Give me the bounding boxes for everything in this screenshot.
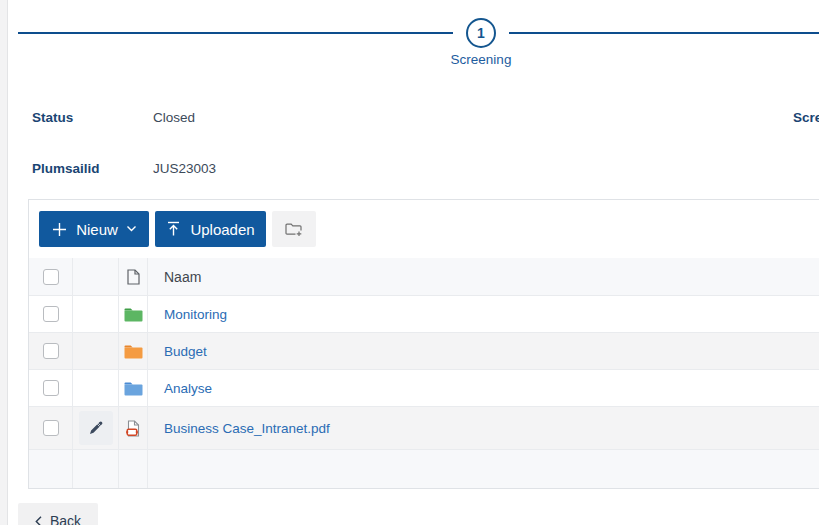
page-left-gutter bbox=[0, 0, 8, 525]
new-folder-button[interactable] bbox=[272, 211, 316, 247]
folder-link[interactable]: Budget bbox=[164, 344, 207, 359]
folder-link[interactable]: Monitoring bbox=[164, 307, 227, 322]
document-library-panel: Nieuw Uploaden bbox=[28, 199, 819, 489]
new-button-label: Nieuw bbox=[76, 221, 118, 238]
table-row: Budget bbox=[29, 333, 819, 370]
stepper-step-number: 1 bbox=[477, 25, 485, 41]
plumsailid-value: JUS23003 bbox=[153, 161, 216, 176]
pencil-icon bbox=[88, 420, 104, 436]
table-row: Analyse bbox=[29, 370, 819, 407]
orange-folder-icon bbox=[124, 344, 143, 359]
table-empty-row bbox=[29, 450, 819, 488]
new-button[interactable]: Nieuw bbox=[39, 211, 149, 247]
upload-button-label: Uploaden bbox=[190, 221, 254, 238]
edit-button[interactable] bbox=[79, 411, 113, 445]
pdf-icon bbox=[126, 420, 141, 437]
green-folder-icon bbox=[124, 307, 143, 322]
folder-link[interactable]: Analyse bbox=[164, 381, 212, 396]
upload-button[interactable]: Uploaden bbox=[155, 211, 266, 247]
back-button-label: Back bbox=[50, 513, 81, 525]
row-checkbox[interactable] bbox=[43, 343, 59, 359]
edit-column-header bbox=[73, 258, 119, 295]
table-header-row: Naam bbox=[29, 258, 819, 296]
table-row: Business Case_Intranet.pdf bbox=[29, 407, 819, 450]
chevron-down-icon bbox=[127, 226, 136, 232]
status-value: Closed bbox=[153, 110, 195, 125]
row-checkbox[interactable] bbox=[43, 306, 59, 322]
new-folder-icon bbox=[285, 222, 303, 237]
plumsailid-label: Plumsailid bbox=[32, 161, 100, 176]
document-type-column-icon bbox=[127, 269, 140, 285]
files-table: Naam Monitoring bbox=[29, 258, 819, 488]
back-button[interactable]: Back bbox=[18, 503, 98, 525]
upload-icon bbox=[166, 221, 181, 237]
stepper-line-left bbox=[18, 32, 453, 34]
screening-right-label: Screening bbox=[793, 110, 819, 125]
row-checkbox[interactable] bbox=[43, 380, 59, 396]
name-column-header[interactable]: Naam bbox=[148, 269, 819, 285]
table-row: Monitoring bbox=[29, 296, 819, 333]
library-toolbar: Nieuw Uploaden bbox=[29, 200, 819, 258]
chevron-left-icon bbox=[35, 516, 42, 525]
status-label: Status bbox=[32, 110, 73, 125]
select-all-checkbox[interactable] bbox=[43, 269, 59, 285]
row-checkbox[interactable] bbox=[43, 420, 59, 436]
stepper-step-label: Screening bbox=[401, 52, 561, 67]
stepper-step-1-circle: 1 bbox=[466, 18, 496, 48]
blue-folder-icon bbox=[124, 381, 143, 396]
file-link[interactable]: Business Case_Intranet.pdf bbox=[164, 421, 330, 436]
stepper-line-right bbox=[509, 32, 819, 34]
plus-icon bbox=[52, 222, 67, 237]
